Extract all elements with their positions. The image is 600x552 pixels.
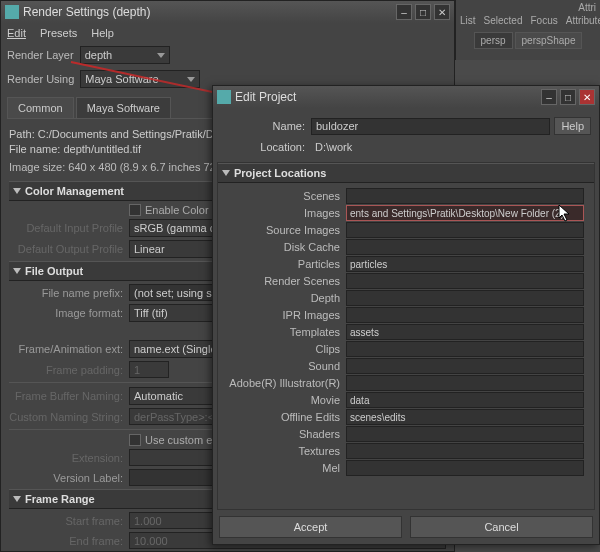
use-custom-ext-label: Use custom ext <box>145 434 221 446</box>
accept-button[interactable]: Accept <box>219 516 402 538</box>
project-location-label: Scenes <box>220 190 346 202</box>
project-location-row: IPR Images <box>220 307 592 323</box>
extension-label: Extension: <box>9 452 129 464</box>
project-location-field[interactable]: scenes\edits <box>346 409 584 425</box>
project-location-field[interactable] <box>346 341 584 357</box>
maya-icon <box>5 5 19 19</box>
project-location-field[interactable] <box>346 460 584 476</box>
render-menubar: Edit Presets Help <box>1 23 454 43</box>
project-location-field[interactable] <box>346 273 584 289</box>
tab-perspshape[interactable]: perspShape <box>515 32 583 49</box>
project-location-label: Movie <box>220 394 346 406</box>
project-location-row: Offline Editsscenes\edits <box>220 409 592 425</box>
project-location-label: Templates <box>220 326 346 338</box>
maximize-button[interactable]: □ <box>560 89 576 105</box>
tab-maya-software[interactable]: Maya Software <box>76 97 171 118</box>
frame-padding-field[interactable]: 1 <box>129 361 169 378</box>
minimize-button[interactable]: – <box>396 4 412 20</box>
project-location-field[interactable] <box>346 443 584 459</box>
render-titlebar: Render Settings (depth) – □ ✕ <box>1 1 454 23</box>
project-location-row: Textures <box>220 443 592 459</box>
help-button[interactable]: Help <box>554 117 591 135</box>
project-location-row: Particlesparticles <box>220 256 592 272</box>
menu-attributes[interactable]: Attributes <box>566 15 600 26</box>
project-location-label: Location: <box>221 141 311 153</box>
menu-list[interactable]: List <box>460 15 476 26</box>
project-location-label: Offline Edits <box>220 411 346 423</box>
project-location-field[interactable]: assets <box>346 324 584 340</box>
triangle-down-icon <box>13 496 21 502</box>
project-location-field[interactable] <box>346 290 584 306</box>
project-location-row: Shaders <box>220 426 592 442</box>
project-location-row: Imagesents and Settings\Pratik\Desktop\N… <box>220 205 592 221</box>
menu-selected[interactable]: Selected <box>484 15 523 26</box>
project-name-field[interactable]: buldozer <box>311 118 550 135</box>
end-frame-label: End frame: <box>9 535 129 547</box>
triangle-down-icon <box>222 170 230 176</box>
tab-persp[interactable]: persp <box>474 32 513 49</box>
project-location-label: Render Scenes <box>220 275 346 287</box>
project-location-field[interactable] <box>346 222 584 238</box>
maximize-button[interactable]: □ <box>415 4 431 20</box>
frame-padding-label: Frame padding: <box>9 364 129 376</box>
menu-help[interactable]: Help <box>91 27 114 39</box>
project-location-row: Depth <box>220 290 592 306</box>
project-location-row: Source Images <box>220 222 592 238</box>
project-location-field[interactable] <box>346 358 584 374</box>
project-location-row: Sound <box>220 358 592 374</box>
project-location-row: Scenes <box>220 188 592 204</box>
project-titlebar: Edit Project – □ ✕ <box>213 86 599 108</box>
project-location-field[interactable] <box>346 188 584 204</box>
project-location-value: D:\work <box>311 138 591 155</box>
render-using-label: Render Using <box>7 73 74 85</box>
frame-buffer-naming-label: Frame Buffer Naming: <box>9 390 129 402</box>
project-location-label: Sound <box>220 360 346 372</box>
close-button[interactable]: ✕ <box>579 89 595 105</box>
close-button[interactable]: ✕ <box>434 4 450 20</box>
render-using-dropdown[interactable]: Maya Software <box>80 70 200 88</box>
version-label-label: Version Label: <box>9 472 129 484</box>
default-output-profile-label: Default Output Profile <box>9 243 129 255</box>
project-location-label: Clips <box>220 343 346 355</box>
attr-title: Attri <box>460 2 596 13</box>
project-location-row: Templatesassets <box>220 324 592 340</box>
project-location-field[interactable] <box>346 375 584 391</box>
use-custom-ext-checkbox[interactable] <box>129 434 141 446</box>
project-location-field[interactable]: ents and Settings\Pratik\Desktop\New Fol… <box>346 205 584 221</box>
project-location-field[interactable] <box>346 239 584 255</box>
window-title: Edit Project <box>235 90 296 104</box>
project-location-label: IPR Images <box>220 309 346 321</box>
cancel-button[interactable]: Cancel <box>410 516 593 538</box>
enable-color-checkbox[interactable] <box>129 204 141 216</box>
file-name-prefix-label: File name prefix: <box>9 287 129 299</box>
project-location-row: Render Scenes <box>220 273 592 289</box>
project-location-field[interactable] <box>346 426 584 442</box>
minimize-button[interactable]: – <box>541 89 557 105</box>
menu-edit[interactable]: Edit <box>7 27 26 39</box>
tab-common[interactable]: Common <box>7 97 74 118</box>
maya-icon <box>217 90 231 104</box>
project-locations-scroll[interactable]: Project Locations ScenesImagesents and S… <box>217 162 595 510</box>
triangle-down-icon <box>13 268 21 274</box>
project-name-label: Name: <box>221 120 311 132</box>
project-location-label: Particles <box>220 258 346 270</box>
project-location-row: Moviedata <box>220 392 592 408</box>
project-location-label: Adobe(R) Illustrator(R) <box>220 377 346 389</box>
render-layer-dropdown[interactable]: depth <box>80 46 170 64</box>
section-project-locations[interactable]: Project Locations <box>218 163 594 183</box>
project-location-field[interactable]: particles <box>346 256 584 272</box>
image-format-label: Image format: <box>9 307 129 319</box>
project-location-field[interactable] <box>346 307 584 323</box>
menu-presets[interactable]: Presets <box>40 27 77 39</box>
custom-naming-label: Custom Naming String: <box>9 411 129 423</box>
project-location-label: Images <box>220 207 346 219</box>
project-location-row: Adobe(R) Illustrator(R) <box>220 375 592 391</box>
menu-focus[interactable]: Focus <box>530 15 557 26</box>
window-title: Render Settings (depth) <box>23 5 150 19</box>
project-location-label: Mel <box>220 462 346 474</box>
project-location-row: Disk Cache <box>220 239 592 255</box>
default-input-profile-label: Default Input Profile <box>9 222 129 234</box>
project-location-label: Depth <box>220 292 346 304</box>
project-location-field[interactable]: data <box>346 392 584 408</box>
frame-ext-label: Frame/Animation ext: <box>9 343 129 355</box>
